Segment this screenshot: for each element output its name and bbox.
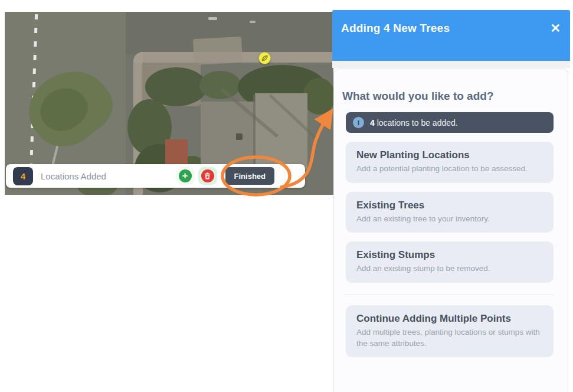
tree-location-marker[interactable] xyxy=(258,52,271,64)
options-divider xyxy=(343,295,554,295)
info-badge: i 4 locations to be added. xyxy=(346,112,554,133)
app-window: 4 Locations Added + Finished Addi xyxy=(0,0,573,392)
map-driveway-apron xyxy=(193,37,243,65)
option-title: Existing Stumps xyxy=(356,249,543,261)
leaf-icon xyxy=(261,54,269,62)
panel-title: Adding 4 New Trees xyxy=(341,22,450,35)
panel-body: What would you like to add? i 4 location… xyxy=(333,68,568,392)
plus-icon: + xyxy=(179,169,192,182)
locations-count-badge: 4 xyxy=(13,167,33,185)
option-title: New Planting Locations xyxy=(356,149,543,161)
option-existing-trees[interactable]: Existing Trees Add an existing tree to y… xyxy=(346,192,554,233)
panel-header: Adding 4 New Trees ✕ xyxy=(332,10,570,61)
option-title: Existing Trees xyxy=(356,200,543,211)
close-icon[interactable]: ✕ xyxy=(550,22,561,34)
option-description: Add a potential planting location to be … xyxy=(356,164,543,175)
info-badge-text: 4 locations to be added. xyxy=(370,118,458,128)
panel-gap xyxy=(332,61,570,68)
option-title: Continue Adding Multiple Points xyxy=(356,313,543,325)
option-continue-adding-multiple-points[interactable]: Continue Adding Multiple Points Add mult… xyxy=(346,305,554,357)
map-road-marking xyxy=(250,21,256,23)
locations-toolbar: 4 Locations Added + Finished xyxy=(6,164,305,188)
add-location-button[interactable]: + xyxy=(176,167,195,185)
option-description: Add multiple trees, planting locations o… xyxy=(356,327,543,349)
map-chimney xyxy=(236,133,243,140)
option-description: Add an existing stump to be removed. xyxy=(356,263,543,275)
option-existing-stumps[interactable]: Existing Stumps Add an existing stump to… xyxy=(346,241,554,283)
map-tree-canopy xyxy=(199,71,241,99)
panel-question: What would you like to add? xyxy=(342,90,554,103)
option-description: Add an existing tree to your inventory. xyxy=(356,214,543,225)
locations-count-label: Locations Added xyxy=(41,171,106,181)
option-new-planting-locations[interactable]: New Planting Locations Add a potential p… xyxy=(346,142,554,183)
delete-location-button[interactable] xyxy=(198,167,217,185)
map-road-marking xyxy=(208,17,217,20)
info-icon: i xyxy=(353,117,364,128)
finished-button[interactable]: Finished xyxy=(225,167,274,185)
map-roof-valley xyxy=(253,94,256,169)
trash-icon xyxy=(201,169,214,182)
